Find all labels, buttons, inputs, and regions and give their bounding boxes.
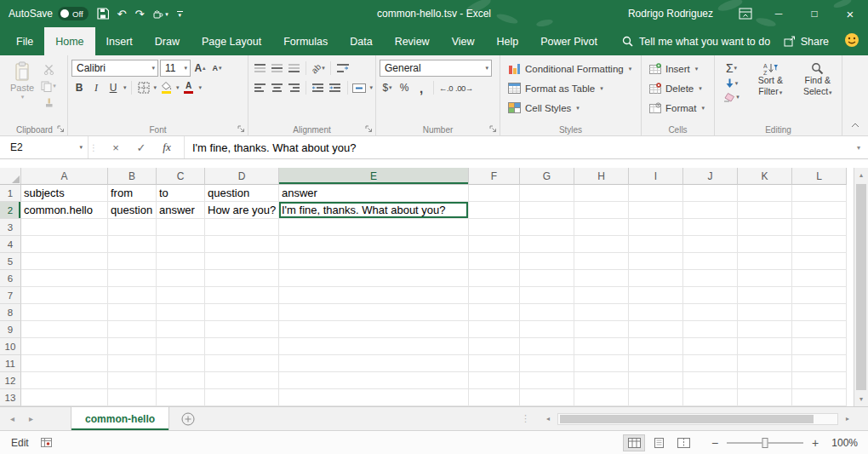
cell-D12[interactable] [205, 372, 279, 389]
cell-C10[interactable] [157, 338, 205, 355]
column-header-B[interactable]: B [108, 168, 157, 185]
cell-G6[interactable] [520, 270, 574, 287]
ribbon-tab-insert[interactable]: Insert [95, 27, 144, 55]
bold-button[interactable]: B [71, 80, 87, 95]
row-header-13[interactable]: 13 [0, 389, 21, 406]
row-header-12[interactable]: 12 [0, 372, 21, 389]
cell-H6[interactable] [574, 270, 629, 287]
cell-E10[interactable] [279, 338, 469, 355]
row-header-9[interactable]: 9 [0, 321, 21, 338]
cell-F9[interactable] [469, 321, 520, 338]
touch-mouse-mode-button[interactable]: ▾ [152, 9, 168, 20]
cell-E4[interactable] [279, 236, 469, 253]
currency-format-button[interactable]: $▾ [380, 80, 395, 95]
cell-C1[interactable]: to [157, 185, 205, 202]
cell-B4[interactable] [108, 236, 157, 253]
orientation-button[interactable]: ab▾ [311, 60, 326, 76]
cell-L6[interactable] [792, 270, 847, 287]
formula-input[interactable]: I'm fine, thanks. What about you? [185, 136, 849, 158]
cell-C3[interactable] [157, 219, 205, 236]
select-all-button[interactable] [0, 168, 21, 185]
macro-record-button[interactable] [41, 438, 52, 447]
vertical-scroll-thumb[interactable] [856, 184, 866, 390]
share-button[interactable]: Share [784, 36, 829, 48]
cell-C6[interactable] [157, 270, 205, 287]
cell-B11[interactable] [108, 355, 157, 372]
copy-button[interactable]: ▾ [41, 78, 56, 94]
cell-D5[interactable] [205, 253, 279, 270]
cell-F1[interactable] [469, 185, 520, 202]
column-header-D[interactable]: D [205, 168, 279, 185]
cell-J9[interactable] [683, 321, 738, 338]
previous-sheet-button[interactable]: ◂ [10, 414, 14, 423]
cell-B10[interactable] [108, 338, 157, 355]
cell-I13[interactable] [629, 389, 683, 406]
bottom-align-button[interactable] [286, 60, 301, 76]
scroll-right-icon[interactable]: ▸ [841, 415, 854, 422]
cell-D13[interactable] [205, 389, 279, 406]
cell-L1[interactable] [792, 185, 847, 202]
row-header-7[interactable]: 7 [0, 287, 21, 304]
borders-button[interactable] [136, 80, 151, 95]
cell-E6[interactable] [279, 270, 469, 287]
zoom-level[interactable]: 100% [822, 437, 858, 449]
column-header-J[interactable]: J [683, 168, 738, 185]
collapse-ribbon-button[interactable] [851, 116, 859, 131]
cell-A6[interactable] [21, 270, 108, 287]
cell-K11[interactable] [738, 355, 792, 372]
cell-G1[interactable] [520, 185, 574, 202]
decrease-indent-button[interactable] [311, 80, 326, 95]
page-break-preview-button[interactable] [672, 434, 694, 451]
cell-styles-button[interactable]: Cell Styles ▾ [504, 98, 638, 118]
cell-L13[interactable] [792, 389, 847, 406]
cell-L5[interactable] [792, 253, 847, 270]
cell-I3[interactable] [629, 219, 683, 236]
column-header-K[interactable]: K [738, 168, 792, 185]
cell-J8[interactable] [683, 304, 738, 321]
paste-button[interactable]: Paste ▾ [5, 59, 39, 111]
font-name-select[interactable]: Calibri▾ [71, 60, 158, 77]
cell-D6[interactable] [205, 270, 279, 287]
save-button[interactable] [97, 8, 109, 20]
cell-A12[interactable] [21, 372, 108, 389]
maximize-button[interactable]: □ [797, 0, 832, 27]
cell-D4[interactable] [205, 236, 279, 253]
redo-button[interactable]: ↷ [134, 9, 144, 20]
cell-K6[interactable] [738, 270, 792, 287]
cell-L4[interactable] [792, 236, 847, 253]
cancel-button[interactable]: × [106, 141, 126, 154]
zoom-slider[interactable] [727, 442, 803, 444]
cell-C8[interactable] [157, 304, 205, 321]
row-header-1[interactable]: 1 [0, 185, 21, 202]
cell-D11[interactable] [205, 355, 279, 372]
ribbon-tab-draw[interactable]: Draw [144, 27, 191, 55]
cell-H2[interactable] [574, 202, 629, 219]
cell-D10[interactable] [205, 338, 279, 355]
cell-J11[interactable] [683, 355, 738, 372]
cell-D9[interactable] [205, 321, 279, 338]
cell-F11[interactable] [469, 355, 520, 372]
column-header-E[interactable]: E [279, 168, 469, 185]
page-layout-view-button[interactable] [648, 434, 670, 451]
cell-G12[interactable] [520, 372, 574, 389]
font-dialog-launcher[interactable] [237, 124, 246, 134]
undo-button[interactable]: ↶ [117, 9, 127, 20]
align-right-button[interactable] [286, 80, 301, 95]
ribbon-tab-view[interactable]: View [441, 27, 486, 55]
cell-G9[interactable] [520, 321, 574, 338]
cell-G3[interactable] [520, 219, 574, 236]
tell-me-box[interactable]: Tell me what you want to do [622, 27, 770, 55]
cell-B3[interactable] [108, 219, 157, 236]
zoom-out-button[interactable]: − [708, 436, 722, 450]
cell-J10[interactable] [683, 338, 738, 355]
top-align-button[interactable] [252, 60, 267, 76]
cell-H4[interactable] [574, 236, 629, 253]
row-header-5[interactable]: 5 [0, 253, 21, 270]
cell-I10[interactable] [629, 338, 683, 355]
cell-G2[interactable] [520, 202, 574, 219]
decrease-decimal-button[interactable]: .00→ [455, 80, 473, 95]
align-left-button[interactable] [252, 80, 267, 95]
format-cells-button[interactable]: Format ▾ [645, 98, 711, 118]
conditional-formatting-button[interactable]: Conditional Formatting ▾ [504, 59, 638, 78]
italic-button[interactable]: I [89, 80, 104, 95]
